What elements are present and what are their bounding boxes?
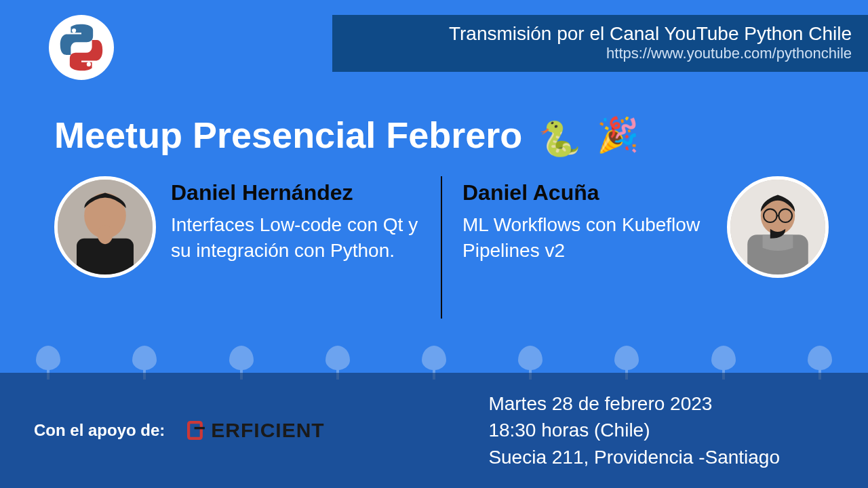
event-details: Martes 28 de febrero 2023 18:30 horas (C… — [488, 390, 834, 470]
page-title: Meetup Presencial Febrero 🐍 🎉 — [54, 114, 639, 156]
svg-rect-10 — [189, 422, 201, 439]
speaker-divider — [441, 176, 442, 319]
sponsor-name: ERFICIENT — [211, 419, 324, 442]
event-location: Suecia 211, Providencia -Santiago — [488, 444, 780, 470]
footer-bar: Con el apoyo de: ERFICIENT Martes 28 de … — [0, 373, 868, 488]
svg-point-3 — [98, 225, 113, 244]
python-logo — [49, 15, 114, 80]
speaker-avatar — [54, 176, 156, 278]
support-label: Con el apoyo de: — [34, 421, 165, 440]
sponsor-mark-icon — [185, 419, 208, 442]
speaker-name: Daniel Hernández — [171, 180, 420, 205]
banner-link[interactable]: https://www.youtube.com/pythonchile — [349, 45, 852, 62]
event-time: 18:30 horas (Chile) — [488, 417, 780, 443]
youtube-banner: Transmisión por el Canal YouTube Python … — [332, 15, 868, 72]
banner-title: Transmisión por el Canal YouTube Python … — [349, 23, 852, 45]
speaker-avatar — [727, 176, 829, 278]
speakers-section: Daniel Hernández Interfaces Low-code con… — [54, 176, 841, 319]
svg-rect-11 — [195, 427, 205, 429]
speaker-talk: ML Workflows con Kubeflow Pipelines v2 — [462, 212, 712, 264]
snake-emoji: 🐍 — [538, 119, 580, 159]
event-date: Martes 28 de febrero 2023 — [488, 390, 780, 417]
speaker-card: Daniel Acuña ML Workflows con Kubeflow P… — [462, 176, 829, 278]
speaker-talk: Interfaces Low-code con Qt y su integrac… — [171, 212, 420, 264]
speaker-name: Daniel Acuña — [462, 180, 712, 205]
title-text: Meetup Presencial Febrero — [54, 114, 522, 156]
speaker-card: Daniel Hernández Interfaces Low-code con… — [54, 176, 420, 278]
party-emoji: 🎉 — [597, 115, 639, 155]
sponsor-logo: ERFICIENT — [185, 419, 324, 442]
